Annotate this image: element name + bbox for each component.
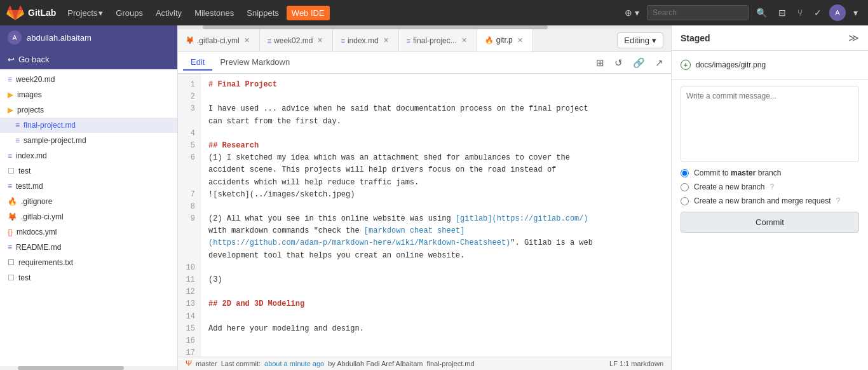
md-icon: ≡: [15, 136, 20, 145]
status-bar: Ψ master Last commit: about a minute ago…: [178, 357, 671, 370]
file-item-gitignore[interactable]: 🔥 .gitignore: [0, 194, 177, 209]
commit-option-new-branch-mr[interactable]: Create a new branch and merge request ?: [681, 196, 859, 205]
tab-gitlab-ci[interactable]: 🦊 .gitlab-ci.yml ✕: [178, 29, 260, 52]
md-icon: ≡: [8, 75, 12, 84]
toolbar-open-icon[interactable]: ↗: [653, 56, 666, 70]
nav-projects[interactable]: Projects ▾: [62, 6, 108, 20]
user-dropdown-icon[interactable]: ▾: [850, 5, 862, 20]
sidebar-scroll: [0, 366, 177, 370]
commit-option-master[interactable]: Commit to master branch: [681, 168, 859, 177]
new-branch-mr-help-icon[interactable]: ?: [836, 196, 840, 205]
dock-icon[interactable]: ⊟: [775, 5, 790, 20]
nav-webide[interactable]: Web IDE: [287, 6, 330, 20]
nav-snippets[interactable]: Snippets: [241, 6, 284, 20]
tab-label: final-projec...: [413, 36, 457, 45]
tab-label: gitr.p: [496, 36, 513, 45]
file-item-test[interactable]: ☐ test: [0, 163, 177, 179]
commit-prefix: Last commit:: [221, 360, 261, 367]
editor-toolbar: Edit Preview Markdown ⊞ ↺ 🔗 ↗: [178, 52, 671, 74]
commit-option-new-branch-mr-radio[interactable]: [681, 197, 689, 205]
nav-milestones[interactable]: Milestones: [189, 6, 239, 20]
commit-option-master-radio[interactable]: [681, 169, 689, 177]
search-input[interactable]: [647, 5, 749, 20]
commit-time-link[interactable]: about a minute ago: [264, 360, 324, 367]
tab-edit[interactable]: Edit: [183, 55, 212, 71]
go-back-button[interactable]: ↩ Go back: [0, 50, 177, 69]
sidebar: A abdullah.albaitam ↩ Go back ≡ week20.m…: [0, 25, 178, 370]
tab-label: week02.md: [274, 36, 313, 45]
img-tab-icon: 🔥: [485, 36, 494, 45]
file-item-readme[interactable]: ≡ README.md: [0, 240, 177, 255]
md-icon: ≡: [8, 243, 12, 252]
file-item-sample-project[interactable]: ≡ sample-project.md: [0, 133, 177, 148]
file-item-testt[interactable]: ≡ testt.md: [0, 179, 177, 194]
txt-icon: ☐: [8, 258, 15, 267]
avatar[interactable]: A: [829, 4, 846, 21]
commit-option-new-branch-radio[interactable]: [681, 183, 689, 191]
tab-week02[interactable]: ≡ week02.md ✕: [260, 29, 334, 52]
commit-button[interactable]: Commit: [681, 212, 859, 233]
folder-images[interactable]: ▶ images: [0, 87, 177, 102]
tab-close-final-project[interactable]: ✕: [459, 36, 469, 45]
sidebar-scroll-thumb: [18, 366, 124, 370]
file-item-test2[interactable]: ☐ test: [0, 270, 177, 285]
staged-plus-icon: +: [681, 60, 691, 70]
tab-close-week02[interactable]: ✕: [315, 36, 325, 45]
commit-message-area: Commit to master branch Create a new bra…: [672, 79, 868, 370]
commit-message-input[interactable]: [681, 86, 859, 162]
toolbar-history-icon[interactable]: ↺: [612, 56, 625, 70]
right-panel-header: Staged ≫: [672, 25, 868, 51]
file-item-label: .gitlab-ci.yml: [21, 212, 64, 221]
editor-tabs: 🦊 .gitlab-ci.yml ✕ ≡ week02.md ✕ ≡ index…: [178, 29, 671, 52]
tab-close-gitlab-ci[interactable]: ✕: [242, 36, 252, 45]
toolbar-icons: ⊞ ↺ 🔗 ↗: [593, 56, 666, 70]
expand-button[interactable]: ≫: [848, 32, 859, 44]
file-item-label: testt.md: [16, 182, 43, 191]
editing-dropdown-button[interactable]: Editing ▾: [617, 32, 663, 48]
branch-name: master: [196, 360, 217, 367]
file-item-requirements[interactable]: ☐ requirements.txt: [0, 255, 177, 270]
file-item-index[interactable]: ≡ index.md: [0, 148, 177, 163]
code-content[interactable]: # Final Project I have used ... advice w…: [201, 74, 671, 357]
file-item-week20[interactable]: ≡ week20.md: [0, 72, 177, 87]
tab-close-gitrp[interactable]: ✕: [515, 36, 525, 45]
search-submit-button[interactable]: 🔍: [752, 5, 771, 20]
file-item-mkdocs[interactable]: {} mkdocs.yml: [0, 224, 177, 240]
branch-icon: Ψ: [186, 359, 192, 368]
merge-request-icon[interactable]: ⑂: [794, 5, 806, 20]
nav-groups[interactable]: Groups: [111, 6, 148, 20]
toolbar-link-icon[interactable]: 🔗: [630, 56, 648, 70]
code-editor[interactable]: 1 2 3 4 5 6 7 8 9 10 11 12 13 14: [178, 74, 671, 357]
tab-gitrp[interactable]: 🔥 gitr.p ✕: [477, 29, 533, 52]
nav-activity[interactable]: Activity: [151, 6, 187, 20]
editor-area: 🦊 .gitlab-ci.yml ✕ ≡ week02.md ✕ ≡ index…: [178, 25, 671, 370]
new-branch-help-icon[interactable]: ?: [770, 182, 774, 191]
tab-close-index[interactable]: ✕: [381, 36, 391, 45]
tab-label: index.md: [348, 36, 379, 45]
commit-option-new-branch[interactable]: Create a new branch ?: [681, 182, 859, 191]
file-item-final-project[interactable]: ≡ final-project.md: [0, 118, 177, 133]
folder-projects[interactable]: ▶ projects: [0, 102, 177, 118]
tab-label: .gitlab-ci.yml: [197, 36, 240, 45]
right-panel: Staged ≫ + docs/images/gitr.png Commit t…: [671, 25, 868, 370]
md-icon: ≡: [8, 182, 12, 191]
app-logo[interactable]: GitLab: [6, 4, 56, 22]
commit-options: Commit to master branch Create a new bra…: [681, 168, 859, 205]
git-icon: 🔥: [8, 197, 17, 206]
sidebar-username: abdullah.albaitam: [27, 33, 92, 43]
staged-file-item: + docs/images/gitr.png: [681, 57, 859, 72]
file-item-label: mkdocs.yml: [17, 228, 57, 236]
tab-preview-markdown[interactable]: Preview Markdown: [212, 55, 297, 71]
tab-final-project[interactable]: ≡ final-projec... ✕: [399, 29, 477, 52]
file-item-label: test: [18, 273, 31, 282]
tab-index[interactable]: ≡ index.md ✕: [333, 29, 398, 52]
file-item-gitlab-ci[interactable]: 🦊 .gitlab-ci.yml: [0, 209, 177, 224]
check-icon[interactable]: ✓: [810, 5, 825, 20]
file-tree: ≡ week20.md ▶ images ▶ projects ≡ final-…: [0, 69, 177, 366]
sidebar-user-header: A abdullah.albaitam: [0, 25, 177, 50]
add-button[interactable]: ⊕ ▾: [621, 5, 643, 20]
toolbar-diff-icon[interactable]: ⊞: [593, 56, 607, 70]
file-item-label: README.md: [16, 243, 61, 252]
main-area: A abdullah.albaitam ↩ Go back ≡ week20.m…: [0, 25, 868, 370]
line-numbers: 1 2 3 4 5 6 7 8 9 10 11 12 13 14: [178, 74, 201, 357]
